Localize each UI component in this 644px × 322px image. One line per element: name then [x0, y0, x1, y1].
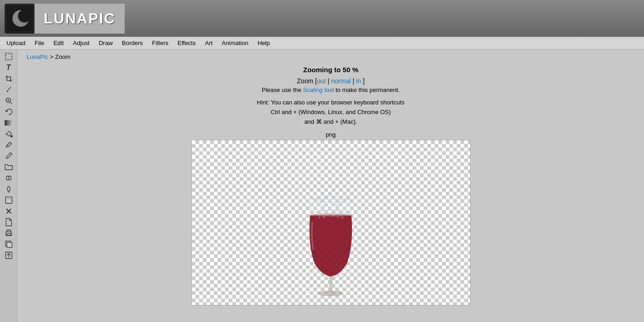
svg-rect-3: [6, 53, 12, 60]
tool-undo[interactable]: [3, 107, 15, 117]
nav-file[interactable]: File: [30, 38, 49, 48]
nav-filters[interactable]: Filters: [148, 38, 173, 48]
sidebar: T: [0, 50, 17, 322]
svg-point-47: [310, 213, 351, 217]
svg-rect-28: [7, 242, 12, 247]
svg-point-14: [10, 135, 12, 138]
tool-folder[interactable]: [3, 162, 15, 172]
main: T: [0, 50, 644, 322]
tool-print[interactable]: [3, 228, 15, 238]
zoom-normal-link[interactable]: normal: [331, 77, 351, 85]
svg-rect-44: [329, 276, 333, 293]
logo-text-area: LUNAPIC: [34, 4, 125, 34]
zoom-in-link[interactable]: in: [356, 77, 361, 85]
header: LUNAPIC: [0, 0, 644, 37]
tool-eyedropper[interactable]: [3, 140, 15, 150]
tool-zoom[interactable]: [3, 96, 15, 106]
nav-draw[interactable]: Draw: [94, 38, 117, 48]
svg-rect-22: [6, 201, 11, 203]
tool-crop[interactable]: [3, 74, 15, 84]
nav-effects[interactable]: Effects: [173, 38, 201, 48]
tool-close[interactable]: [3, 206, 15, 216]
tool-share[interactable]: [3, 250, 15, 260]
svg-point-45: [318, 291, 344, 296]
tool-text[interactable]: T: [3, 63, 15, 73]
svg-line-8: [8, 87, 11, 90]
canvas-container: [191, 140, 471, 305]
nav-edit[interactable]: Edit: [49, 38, 68, 48]
tool-eraser[interactable]: [3, 173, 15, 183]
logo-text: LUNAPIC: [44, 10, 115, 27]
tool-new[interactable]: [3, 217, 15, 227]
zoom-out-link[interactable]: out: [317, 77, 326, 85]
svg-point-41: [318, 217, 320, 218]
tool-layer[interactable]: [3, 239, 15, 249]
wine-glass-image: [285, 153, 377, 305]
hint-text: Hint: You can also use your browser keyb…: [27, 98, 635, 126]
nav-adjust[interactable]: Adjust: [69, 38, 94, 48]
svg-rect-21: [7, 197, 11, 199]
zoom-controls: Zoom [out | normal | in ]: [27, 77, 635, 85]
scaling-note: Please use the Scaling tool to make this…: [27, 86, 635, 93]
breadcrumb-home[interactable]: LunaPic: [27, 53, 48, 60]
logo-icon: [5, 4, 34, 34]
tool-paintbrush[interactable]: [3, 85, 15, 95]
zoom-title: Zooming to 50 %: [27, 66, 635, 74]
tool-gradient[interactable]: [3, 118, 15, 128]
svg-rect-26: [7, 234, 11, 236]
breadcrumb-current: Zoom: [55, 53, 70, 60]
nav-animation[interactable]: Animation: [217, 38, 253, 48]
navbar: Upload File Edit Adjust Draw Borders Fil…: [0, 37, 644, 50]
nav-borders[interactable]: Borders: [117, 38, 148, 48]
nav-upload[interactable]: Upload: [2, 38, 30, 48]
nav-help[interactable]: Help: [253, 38, 275, 48]
breadcrumb: LunaPic > Zoom: [27, 53, 635, 60]
content-area: LunaPic > Zoom Zooming to 50 % Zoom [out…: [17, 50, 644, 322]
nav-art[interactable]: Art: [200, 38, 217, 48]
tool-select[interactable]: [3, 52, 15, 62]
logo-area: LUNAPIC: [5, 4, 125, 34]
svg-line-10: [10, 102, 12, 104]
canvas-label: png: [27, 131, 635, 138]
scaling-tool-link[interactable]: Scaling tool: [303, 86, 334, 93]
svg-rect-13: [5, 120, 13, 126]
svg-point-2: [18, 10, 31, 23]
tool-smudge[interactable]: [3, 184, 15, 194]
tool-fill[interactable]: [3, 129, 15, 139]
tool-clone[interactable]: [3, 151, 15, 161]
zoom-info: Zooming to 50 % Zoom [out | normal | in …: [27, 66, 635, 126]
tool-save[interactable]: [3, 195, 15, 205]
